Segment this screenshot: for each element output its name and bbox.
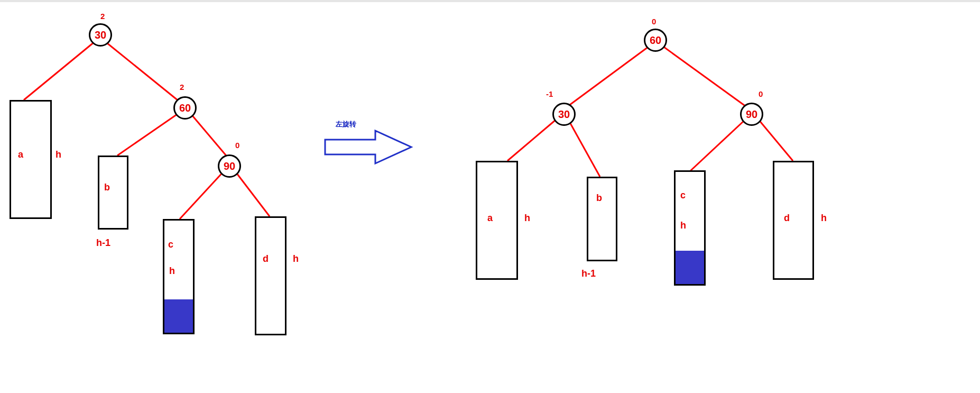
right-subtree-d-label: d (784, 213, 790, 224)
left-node-90: 90 (218, 154, 241, 178)
right-subtree-a-label: a (487, 213, 493, 224)
svg-line-5 (235, 171, 270, 216)
right-subtree-b-label: b (596, 193, 602, 204)
right-node-90: 90 (740, 103, 763, 126)
left-subtree-c-label: c (168, 239, 173, 250)
right-node-60-value: 60 (650, 34, 661, 47)
right-subtree-d (773, 161, 814, 280)
left-node-60-balance: 2 (180, 83, 184, 92)
right-node-30-value: 30 (558, 108, 570, 121)
svg-line-10 (690, 120, 745, 171)
left-subtree-c-newblock (164, 299, 193, 333)
right-subtree-c-label: c (680, 190, 686, 201)
left-subtree-d-height: h (293, 253, 299, 264)
right-node-90-balance: 0 (759, 89, 763, 98)
svg-line-7 (662, 45, 748, 108)
svg-line-0 (24, 39, 98, 100)
right-subtree-b-height: h-1 (581, 268, 596, 279)
svg-line-1 (104, 41, 184, 105)
arrow-label: 左旋转 (336, 120, 356, 129)
left-subtree-b-label: b (104, 182, 110, 193)
svg-line-4 (180, 170, 225, 219)
right-subtree-a-height: h (524, 213, 530, 224)
left-node-90-balance: 0 (235, 141, 239, 150)
right-node-30-balance: -1 (546, 89, 553, 98)
svg-line-11 (759, 120, 793, 161)
left-subtree-c-height: h (169, 266, 175, 277)
left-node-60-value: 60 (179, 102, 191, 114)
svg-line-6 (566, 45, 650, 108)
left-node-60: 60 (173, 96, 197, 120)
svg-line-8 (507, 120, 556, 161)
right-node-30: 30 (552, 103, 576, 126)
svg-line-2 (117, 113, 179, 156)
right-node-90-value: 90 (746, 108, 757, 121)
rotation-arrow-icon (322, 128, 415, 166)
right-subtree-c-height: h (680, 220, 686, 231)
left-node-30-value: 30 (95, 29, 106, 41)
left-node-30: 30 (89, 23, 112, 47)
right-node-60-balance: 0 (652, 17, 656, 26)
left-subtree-a (10, 100, 52, 219)
left-node-90-value: 90 (224, 160, 235, 172)
left-subtree-a-height: h (56, 149, 61, 160)
left-subtree-a-label: a (18, 149, 23, 160)
left-subtree-d-label: d (263, 253, 269, 264)
right-node-60: 60 (644, 29, 667, 52)
svg-line-9 (568, 120, 600, 177)
svg-marker-12 (325, 131, 411, 163)
left-node-30-balance: 2 (100, 12, 105, 21)
left-subtree-b (98, 156, 128, 230)
svg-line-3 (190, 113, 228, 158)
right-subtree-d-height: h (821, 213, 827, 224)
right-subtree-b (587, 177, 617, 261)
right-subtree-a (476, 161, 518, 280)
left-subtree-d (255, 216, 286, 335)
right-subtree-c-newblock (676, 251, 704, 284)
left-subtree-b-height: h-1 (96, 237, 110, 249)
